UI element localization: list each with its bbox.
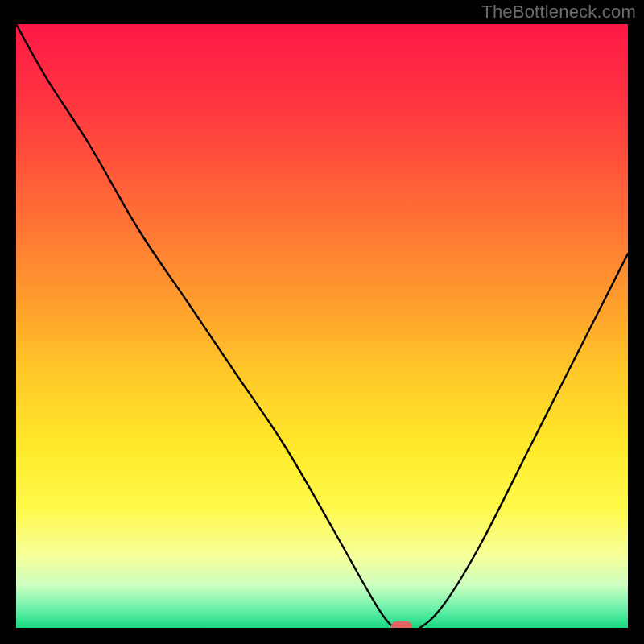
optimal-marker bbox=[391, 621, 412, 628]
plot-area bbox=[16, 24, 628, 628]
chart-svg bbox=[16, 24, 628, 628]
watermark-text: TheBottleneck.com bbox=[481, 2, 636, 23]
chart-frame: TheBottleneck.com bbox=[0, 0, 644, 644]
gradient-background bbox=[16, 24, 628, 628]
